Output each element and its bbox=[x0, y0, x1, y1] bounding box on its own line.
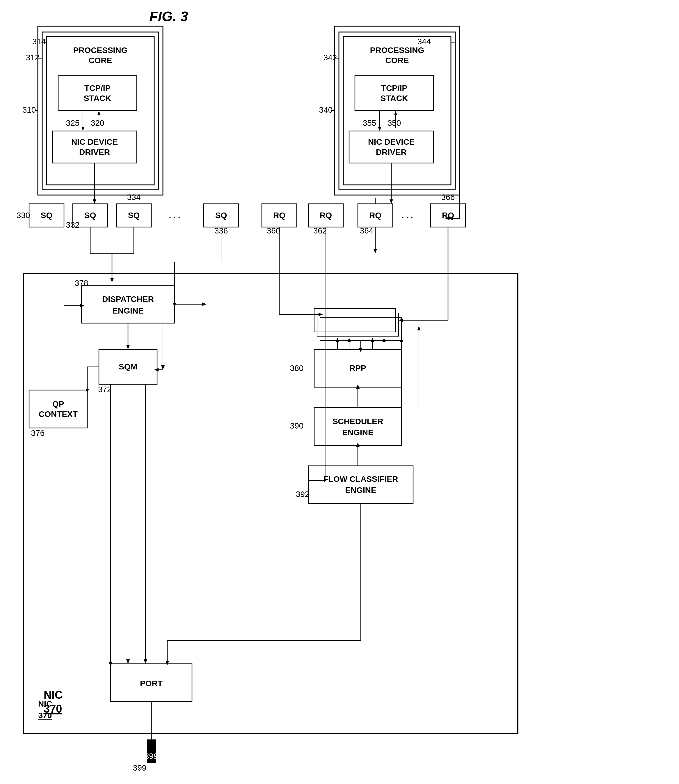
left-processing-core-label2: CORE bbox=[89, 56, 112, 65]
svg-marker-22 bbox=[378, 127, 382, 131]
left-tcpip-label: TCP/IP bbox=[84, 83, 111, 93]
ref-378: 378 bbox=[75, 279, 88, 288]
svg-marker-8 bbox=[81, 127, 84, 131]
right-tcpip-label2: STACK bbox=[380, 94, 408, 103]
qp-context-label: QP bbox=[52, 400, 64, 408]
ref-342: 342 bbox=[324, 53, 337, 62]
svg-rect-25 bbox=[349, 131, 433, 163]
svg-rect-20 bbox=[355, 76, 433, 111]
sq-332: SQ bbox=[84, 211, 96, 220]
svg-marker-77 bbox=[371, 338, 374, 342]
ref-390: 390 bbox=[290, 421, 304, 430]
dispatcher-label: DISPATCHER bbox=[102, 295, 154, 304]
ref-399: 399 bbox=[145, 752, 158, 761]
svg-rect-11 bbox=[52, 131, 137, 163]
svg-marker-121 bbox=[161, 365, 165, 370]
svg-marker-108 bbox=[173, 303, 176, 307]
nic-ref: 370 bbox=[44, 703, 62, 715]
ref-372: 372 bbox=[98, 385, 112, 394]
svg-marker-114 bbox=[399, 318, 403, 322]
ref-332: 332 bbox=[66, 220, 80, 229]
left-nic-label: NIC DEVICE bbox=[71, 137, 118, 146]
svg-marker-88 bbox=[109, 662, 112, 667]
sq-330: SQ bbox=[41, 211, 52, 220]
ref-366: 366 bbox=[441, 193, 455, 202]
ref-330: 330 bbox=[17, 211, 30, 220]
ref-334: 334 bbox=[127, 193, 141, 202]
svg-rect-80 bbox=[308, 466, 413, 503]
svg-marker-75 bbox=[347, 338, 351, 342]
ref-392: 392 bbox=[296, 490, 310, 499]
right-processing-core-label: PROCESSING bbox=[370, 46, 424, 55]
ref-399-label: 399 bbox=[133, 763, 147, 772]
left-processing-core-label: PROCESSING bbox=[73, 46, 128, 55]
svg-marker-24 bbox=[394, 111, 397, 115]
port-label: PORT bbox=[140, 679, 163, 688]
sq-334: SQ bbox=[128, 211, 140, 220]
ref-364: 364 bbox=[360, 226, 374, 235]
svg-marker-62 bbox=[359, 348, 363, 352]
rq-360: RQ bbox=[273, 211, 285, 220]
svg-marker-13 bbox=[93, 199, 96, 204]
flow-classifier-label: FLOW CLASSIFIER bbox=[324, 475, 398, 484]
left-nic-label2: DRIVER bbox=[79, 147, 110, 157]
svg-marker-118 bbox=[417, 326, 421, 331]
svg-rect-47 bbox=[81, 285, 175, 323]
sq-336: SQ bbox=[215, 211, 227, 220]
svg-marker-41 bbox=[110, 278, 114, 282]
rq-ellipsis: . . . bbox=[402, 211, 413, 220]
svg-marker-51 bbox=[202, 303, 207, 306]
svg-rect-57 bbox=[314, 309, 396, 332]
right-tcpip-label: TCP/IP bbox=[381, 83, 407, 93]
scheduler-label: SCHEDULER bbox=[333, 417, 383, 426]
svg-marker-73 bbox=[336, 338, 339, 342]
rpp-label: RPP bbox=[349, 364, 366, 373]
scheduler-label2: ENGINE bbox=[342, 428, 373, 437]
ref-312: 312 bbox=[26, 53, 39, 62]
ref-362: 362 bbox=[313, 226, 327, 235]
svg-marker-49 bbox=[126, 345, 130, 350]
svg-marker-79 bbox=[382, 338, 386, 342]
ref-360: 360 bbox=[267, 226, 280, 235]
svg-marker-82 bbox=[356, 442, 360, 447]
ref-340: 340 bbox=[319, 105, 333, 114]
svg-marker-123 bbox=[154, 368, 158, 372]
svg-marker-90 bbox=[126, 659, 130, 664]
svg-marker-65 bbox=[356, 384, 360, 389]
nic-text: NIC bbox=[44, 689, 63, 701]
svg-marker-96 bbox=[166, 661, 169, 665]
ref-310: 310 bbox=[22, 105, 36, 114]
left-tcpip-label2: STACK bbox=[84, 94, 111, 103]
figure-title: FIG. 3 bbox=[149, 9, 188, 24]
right-nic-label: NIC DEVICE bbox=[368, 137, 415, 146]
flow-classifier-label2: ENGINE bbox=[345, 486, 376, 495]
svg-marker-92 bbox=[144, 659, 147, 664]
rq-364: RQ bbox=[369, 211, 382, 220]
svg-marker-45 bbox=[374, 249, 377, 253]
svg-rect-6 bbox=[58, 76, 137, 111]
sqm-label: SQM bbox=[119, 362, 137, 371]
ref-376: 376 bbox=[31, 428, 45, 437]
ref-314: 314 bbox=[32, 37, 46, 46]
svg-marker-56 bbox=[86, 389, 89, 393]
dispatcher-label2: ENGINE bbox=[112, 306, 144, 315]
svg-marker-116 bbox=[400, 338, 403, 342]
svg-rect-63 bbox=[314, 408, 402, 445]
right-nic-label2: DRIVER bbox=[376, 147, 407, 157]
diagram-container: FIG. 3 310 312 314 PROCESSING CORE TCP/I… bbox=[0, 0, 679, 784]
svg-rect-59 bbox=[320, 317, 402, 340]
rq-362: RQ bbox=[320, 211, 332, 220]
right-processing-core-label2: CORE bbox=[385, 56, 409, 65]
svg-rect-46 bbox=[23, 274, 518, 734]
qp-context-label2: CONTEXT bbox=[39, 409, 78, 419]
svg-marker-27 bbox=[390, 199, 393, 204]
svg-marker-10 bbox=[97, 111, 100, 115]
ref-350: 350 bbox=[388, 119, 401, 127]
ref-320: 320 bbox=[91, 119, 105, 127]
svg-rect-58 bbox=[317, 313, 399, 336]
ref-355: 355 bbox=[363, 119, 377, 127]
ref-325: 325 bbox=[66, 119, 80, 127]
sq-ellipsis: . . . bbox=[169, 211, 180, 220]
ref-380: 380 bbox=[290, 364, 304, 373]
ref-344: 344 bbox=[418, 37, 431, 46]
